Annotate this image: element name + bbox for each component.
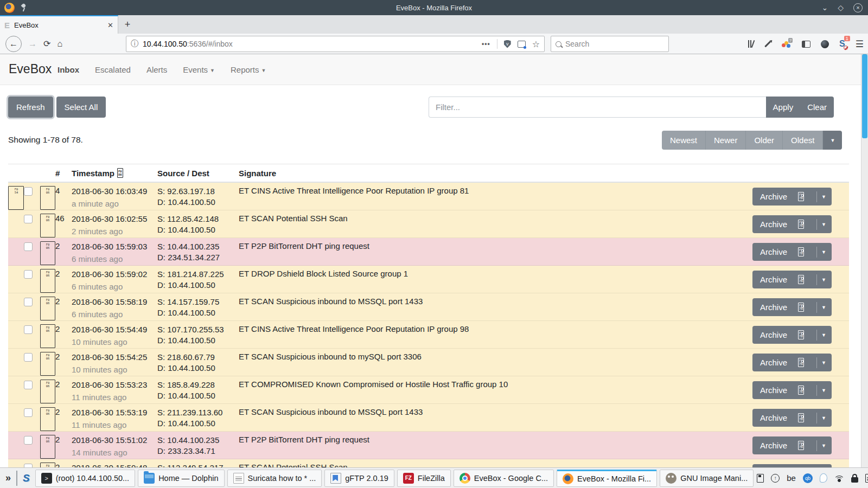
archive-button[interactable]: Archive F0 7B ▼ bbox=[752, 436, 832, 454]
archive-dropdown-caret[interactable]: ▼ bbox=[816, 440, 826, 451]
sidebar-icon[interactable] bbox=[802, 41, 810, 48]
older-button[interactable]: Older bbox=[746, 131, 783, 150]
noscript-icon[interactable]: S1 bbox=[839, 39, 845, 49]
ghostery-icon[interactable] bbox=[821, 40, 829, 48]
row-checkbox[interactable] bbox=[24, 464, 33, 467]
archive-dropdown-caret[interactable]: ▼ bbox=[816, 385, 826, 396]
select-all-button[interactable]: Select All bbox=[56, 97, 106, 118]
escalate-star-icon[interactable]: F0 06 bbox=[40, 186, 55, 210]
archive-dropdown-caret[interactable]: ▼ bbox=[816, 247, 826, 258]
alert-row[interactable]: F0 06 2 2018-06-30 15:53:2311 minutes ag… bbox=[8, 376, 849, 404]
alert-row[interactable]: F0 06 2 2018-06-30 15:51:0214 minutes ag… bbox=[8, 432, 849, 459]
taskbar-task[interactable]: GNU Image Mani... bbox=[660, 470, 754, 487]
escalate-star-icon[interactable]: F0 06 bbox=[40, 407, 55, 431]
archive-button[interactable]: Archive F0 7B ▼ bbox=[752, 215, 832, 233]
header-timestamp[interactable]: Timestamp F0 D8 bbox=[72, 168, 157, 178]
forward-button[interactable]: → bbox=[28, 39, 37, 49]
filter-input[interactable] bbox=[429, 97, 766, 118]
row-checkbox[interactable] bbox=[24, 353, 33, 362]
removable-device-icon[interactable] bbox=[757, 474, 764, 483]
newest-button[interactable]: Newest bbox=[662, 131, 706, 150]
archive-dropdown-caret[interactable]: ▼ bbox=[816, 413, 826, 423]
minimize-button[interactable]: ⌄ bbox=[821, 4, 828, 11]
alert-row[interactable]: F0 06 2 2018-06-30 15:58:196 minutes ago… bbox=[8, 293, 849, 321]
nav-item-reports[interactable]: Reports▼ bbox=[231, 65, 266, 74]
sort-dropdown-button[interactable]: ▼ bbox=[823, 131, 842, 150]
site-info-icon[interactable]: ⓘ bbox=[131, 39, 138, 49]
refresh-button[interactable]: Refresh bbox=[8, 97, 53, 118]
newer-button[interactable]: Newer bbox=[706, 131, 746, 150]
escalate-star-icon[interactable]: F0 06 bbox=[40, 463, 55, 467]
keyboard-layout-indicator[interactable]: be bbox=[787, 473, 796, 483]
taskbar-task[interactable]: Suricata how to * ... bbox=[227, 470, 322, 487]
archive-button[interactable]: Archive F0 7B ▼ bbox=[752, 326, 832, 344]
tab-close-icon[interactable]: ✕ bbox=[107, 21, 113, 29]
panel-expand-icon[interactable]: » bbox=[3, 472, 13, 484]
archive-dropdown-caret[interactable]: ▼ bbox=[816, 219, 826, 230]
send-to-device-icon[interactable] bbox=[518, 41, 526, 48]
row-checkbox[interactable] bbox=[24, 270, 33, 279]
alert-row[interactable]: F0 06 2 2018-06-30 15:53:1911 minutes ag… bbox=[8, 404, 849, 432]
alert-row[interactable]: F0 06 2 2018-06-30 15:59:036 minutes ago… bbox=[8, 238, 849, 266]
reload-button[interactable]: ⟳ bbox=[43, 38, 50, 49]
alert-row[interactable]: F0 06 2 2018-06-30 15:54:4910 minutes ag… bbox=[8, 321, 849, 349]
clipboard-manager-icon[interactable] bbox=[865, 474, 868, 483]
archive-button[interactable]: Archive F0 7B ▼ bbox=[752, 381, 832, 399]
page-scrollbar[interactable] bbox=[861, 54, 868, 467]
archive-button[interactable]: Archive F0 7B ▼ bbox=[752, 298, 832, 316]
extension-colored-icon[interactable]: ? bbox=[782, 40, 792, 48]
page-actions-icon[interactable]: ••• bbox=[482, 40, 490, 48]
nav-item-escalated[interactable]: Escalated bbox=[95, 65, 131, 74]
nav-item-events[interactable]: Events▼ bbox=[183, 65, 215, 74]
escalate-star-icon[interactable]: F0 06 bbox=[40, 324, 55, 348]
virtual-desktop-pager[interactable] bbox=[16, 471, 17, 486]
row-checkbox[interactable] bbox=[24, 325, 33, 334]
archive-dropdown-caret[interactable]: ▼ bbox=[816, 274, 826, 285]
home-button[interactable]: ⌂ bbox=[57, 39, 62, 49]
escalate-star-icon[interactable]: F0 06 bbox=[40, 269, 55, 293]
pocket-shield-icon[interactable]: v bbox=[504, 40, 511, 48]
archive-dropdown-caret[interactable]: ▼ bbox=[816, 191, 826, 202]
oldest-button[interactable]: Oldest bbox=[783, 131, 823, 150]
samba-widget-icon[interactable]: S bbox=[21, 472, 32, 484]
nav-item-alerts[interactable]: Alerts bbox=[146, 65, 167, 74]
evebox-brand[interactable]: EveBox bbox=[9, 62, 52, 76]
clear-button[interactable]: Clear bbox=[800, 97, 834, 118]
row-checkbox[interactable] bbox=[24, 436, 33, 445]
back-button[interactable]: ← bbox=[5, 36, 22, 52]
taskbar-task[interactable]: FZ FileZilla bbox=[397, 470, 451, 487]
taskbar-task[interactable]: EveBox - Mozilla Fi... bbox=[557, 470, 657, 487]
browser-tab[interactable]: E EveBox ✕ bbox=[0, 15, 118, 34]
taskbar-task[interactable]: gFTP 2.0.19 bbox=[324, 470, 394, 487]
archive-button[interactable]: Archive F0 7B ▼ bbox=[752, 409, 832, 427]
taskbar-task[interactable]: > (root) 10.44.100.50... bbox=[35, 470, 135, 487]
archive-button[interactable]: Archive F0 7B ▼ bbox=[752, 188, 832, 206]
archive-button[interactable]: Archive F0 7B ▼ bbox=[752, 271, 832, 288]
alert-row[interactable]: F0 54 F0 06 4 2018-06-30 16:03:49a minut… bbox=[8, 183, 849, 210]
archive-dropdown-caret[interactable]: ▼ bbox=[816, 357, 826, 368]
clipboard-widget-icon[interactable] bbox=[820, 473, 827, 483]
archive-button[interactable]: Archive F0 7B ▼ bbox=[752, 354, 832, 371]
row-checkbox[interactable] bbox=[24, 408, 33, 417]
escalate-star-icon[interactable]: F0 06 bbox=[40, 435, 55, 459]
escalate-star-icon[interactable]: F0 06 bbox=[40, 214, 55, 237]
network-wifi-icon[interactable] bbox=[834, 474, 844, 482]
row-checkbox[interactable] bbox=[24, 187, 33, 196]
taskbar-task[interactable]: Home — Dolphin bbox=[138, 470, 224, 487]
new-tab-button[interactable]: + bbox=[118, 15, 137, 34]
alert-row[interactable]: F0 06 2 2018-06-30 15:54:2510 minutes ag… bbox=[8, 349, 849, 376]
archive-dropdown-caret[interactable]: ▼ bbox=[816, 302, 826, 313]
close-button[interactable]: × bbox=[853, 3, 863, 12]
escalate-star-icon[interactable]: F0 06 bbox=[40, 297, 55, 320]
scrollbar-thumb[interactable] bbox=[862, 54, 867, 138]
escalate-star-icon[interactable]: F0 06 bbox=[40, 380, 55, 403]
row-checkbox[interactable] bbox=[24, 298, 33, 306]
archive-button[interactable]: Archive F0 7B ▼ bbox=[752, 243, 832, 261]
escalate-star-icon[interactable]: F0 06 bbox=[40, 241, 55, 265]
row-checkbox[interactable] bbox=[24, 242, 33, 251]
highlighter-icon[interactable] bbox=[764, 41, 771, 47]
row-checkbox[interactable] bbox=[24, 215, 33, 223]
row-checkbox[interactable] bbox=[24, 381, 33, 389]
apply-button[interactable]: Apply bbox=[766, 97, 801, 118]
alert-row[interactable]: F0 06 2 2018-06-30 15:59:026 minutes ago… bbox=[8, 266, 849, 293]
